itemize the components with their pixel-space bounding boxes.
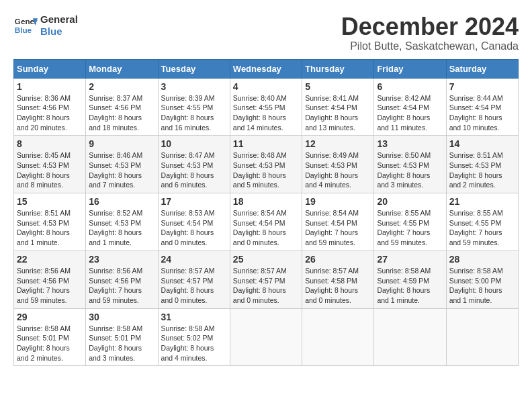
calendar-day-cell: 15Sunrise: 8:51 AM Sunset: 4:53 PM Dayli… — [14, 193, 86, 251]
day-info: Sunrise: 8:51 AM Sunset: 4:53 PM Dayligh… — [17, 208, 83, 248]
calendar-header-cell: Wednesday — [230, 59, 302, 78]
calendar-day-cell: 12Sunrise: 8:49 AM Sunset: 4:53 PM Dayli… — [302, 136, 374, 193]
day-number: 7 — [449, 81, 515, 92]
calendar-day-cell: 16Sunrise: 8:52 AM Sunset: 4:53 PM Dayli… — [86, 193, 158, 251]
calendar-day-cell: 3Sunrise: 8:39 AM Sunset: 4:55 PM Daylig… — [158, 78, 230, 136]
calendar-day-cell: 22Sunrise: 8:56 AM Sunset: 4:56 PM Dayli… — [14, 250, 86, 308]
day-number: 28 — [449, 254, 515, 265]
calendar-day-cell: 29Sunrise: 8:58 AM Sunset: 5:01 PM Dayli… — [14, 308, 86, 366]
day-info: Sunrise: 8:48 AM Sunset: 4:53 PM Dayligh… — [233, 150, 299, 190]
day-info: Sunrise: 8:55 AM Sunset: 4:55 PM Dayligh… — [449, 208, 515, 248]
day-number: 1 — [17, 81, 83, 92]
calendar-week-row: 22Sunrise: 8:56 AM Sunset: 4:56 PM Dayli… — [14, 250, 519, 308]
logo-icon: General Blue — [13, 13, 38, 38]
day-info: Sunrise: 8:46 AM Sunset: 4:53 PM Dayligh… — [89, 150, 154, 190]
day-info: Sunrise: 8:52 AM Sunset: 4:53 PM Dayligh… — [89, 208, 154, 248]
day-info: Sunrise: 8:58 AM Sunset: 5:00 PM Dayligh… — [449, 266, 515, 306]
calendar-day-cell: 24Sunrise: 8:57 AM Sunset: 4:57 PM Dayli… — [158, 250, 230, 308]
day-number: 26 — [305, 254, 371, 265]
calendar-header-cell: Sunday — [14, 59, 86, 78]
calendar-day-cell: 31Sunrise: 8:58 AM Sunset: 5:02 PM Dayli… — [158, 308, 230, 366]
day-info: Sunrise: 8:44 AM Sunset: 4:54 PM Dayligh… — [449, 93, 515, 133]
day-number: 14 — [449, 138, 515, 149]
calendar-table: SundayMondayTuesdayWednesdayThursdayFrid… — [13, 59, 519, 367]
day-number: 5 — [305, 81, 371, 92]
day-number: 12 — [305, 138, 371, 149]
day-number: 9 — [89, 138, 154, 149]
calendar-week-row: 8Sunrise: 8:45 AM Sunset: 4:53 PM Daylig… — [14, 136, 519, 193]
calendar-day-cell: 7Sunrise: 8:44 AM Sunset: 4:54 PM Daylig… — [446, 78, 518, 136]
day-info: Sunrise: 8:53 AM Sunset: 4:54 PM Dayligh… — [161, 208, 227, 248]
day-number: 10 — [161, 138, 227, 149]
day-info: Sunrise: 8:56 AM Sunset: 4:56 PM Dayligh… — [89, 266, 154, 306]
calendar-day-cell: 28Sunrise: 8:58 AM Sunset: 5:00 PM Dayli… — [446, 250, 518, 308]
calendar-day-cell — [446, 308, 518, 366]
day-info: Sunrise: 8:36 AM Sunset: 4:56 PM Dayligh… — [17, 93, 83, 133]
day-number: 2 — [89, 81, 154, 92]
day-number: 19 — [305, 196, 371, 207]
calendar-day-cell: 4Sunrise: 8:40 AM Sunset: 4:55 PM Daylig… — [230, 78, 302, 136]
calendar-day-cell: 20Sunrise: 8:55 AM Sunset: 4:55 PM Dayli… — [374, 193, 446, 251]
calendar-week-row: 1Sunrise: 8:36 AM Sunset: 4:56 PM Daylig… — [14, 78, 519, 136]
calendar-header-cell: Monday — [86, 59, 158, 78]
day-number: 16 — [89, 196, 154, 207]
calendar-day-cell: 21Sunrise: 8:55 AM Sunset: 4:55 PM Dayli… — [446, 193, 518, 251]
month-title: December 2024 — [341, 13, 519, 40]
day-info: Sunrise: 8:58 AM Sunset: 5:02 PM Dayligh… — [161, 324, 227, 363]
day-number: 17 — [161, 196, 227, 207]
calendar-day-cell: 17Sunrise: 8:53 AM Sunset: 4:54 PM Dayli… — [158, 193, 230, 251]
calendar-day-cell: 25Sunrise: 8:57 AM Sunset: 4:57 PM Dayli… — [230, 250, 302, 308]
day-number: 6 — [377, 81, 443, 92]
calendar-header-row: SundayMondayTuesdayWednesdayThursdayFrid… — [14, 59, 519, 78]
header: General Blue General Blue December 2024 … — [13, 13, 519, 52]
calendar-day-cell: 11Sunrise: 8:48 AM Sunset: 4:53 PM Dayli… — [230, 136, 302, 193]
calendar-day-cell — [302, 308, 374, 366]
day-info: Sunrise: 8:47 AM Sunset: 4:53 PM Dayligh… — [161, 150, 227, 190]
day-info: Sunrise: 8:58 AM Sunset: 5:01 PM Dayligh… — [17, 324, 83, 363]
day-info: Sunrise: 8:55 AM Sunset: 4:55 PM Dayligh… — [377, 208, 443, 248]
day-info: Sunrise: 8:54 AM Sunset: 4:54 PM Dayligh… — [233, 208, 299, 248]
day-number: 3 — [161, 81, 227, 92]
calendar-day-cell: 8Sunrise: 8:45 AM Sunset: 4:53 PM Daylig… — [14, 136, 86, 193]
day-number: 27 — [377, 254, 443, 265]
calendar-day-cell: 23Sunrise: 8:56 AM Sunset: 4:56 PM Dayli… — [86, 250, 158, 308]
logo-line1: General — [40, 13, 78, 26]
calendar-week-row: 15Sunrise: 8:51 AM Sunset: 4:53 PM Dayli… — [14, 193, 519, 251]
day-info: Sunrise: 8:57 AM Sunset: 4:58 PM Dayligh… — [305, 266, 371, 306]
day-info: Sunrise: 8:45 AM Sunset: 4:53 PM Dayligh… — [17, 150, 83, 190]
day-info: Sunrise: 8:57 AM Sunset: 4:57 PM Dayligh… — [233, 266, 299, 306]
day-number: 8 — [17, 138, 83, 149]
logo: General Blue General Blue — [13, 13, 78, 38]
day-info: Sunrise: 8:58 AM Sunset: 5:01 PM Dayligh… — [89, 324, 154, 363]
day-number: 22 — [17, 254, 83, 265]
day-number: 20 — [377, 196, 443, 207]
calendar-day-cell: 30Sunrise: 8:58 AM Sunset: 5:01 PM Dayli… — [86, 308, 158, 366]
day-info: Sunrise: 8:41 AM Sunset: 4:54 PM Dayligh… — [305, 93, 371, 133]
calendar-body: 1Sunrise: 8:36 AM Sunset: 4:56 PM Daylig… — [14, 78, 519, 366]
day-info: Sunrise: 8:39 AM Sunset: 4:55 PM Dayligh… — [161, 93, 227, 133]
day-info: Sunrise: 8:49 AM Sunset: 4:53 PM Dayligh… — [305, 150, 371, 190]
calendar-day-cell: 2Sunrise: 8:37 AM Sunset: 4:56 PM Daylig… — [86, 78, 158, 136]
calendar-header-cell: Friday — [374, 59, 446, 78]
day-number: 15 — [17, 196, 83, 207]
day-info: Sunrise: 8:37 AM Sunset: 4:56 PM Dayligh… — [89, 93, 154, 133]
calendar-day-cell: 9Sunrise: 8:46 AM Sunset: 4:53 PM Daylig… — [86, 136, 158, 193]
calendar-day-cell — [374, 308, 446, 366]
day-number: 4 — [233, 81, 299, 92]
title-block: December 2024 Pilot Butte, Saskatchewan,… — [341, 13, 519, 52]
day-info: Sunrise: 8:50 AM Sunset: 4:53 PM Dayligh… — [377, 150, 443, 190]
day-number: 31 — [161, 312, 227, 322]
day-info: Sunrise: 8:57 AM Sunset: 4:57 PM Dayligh… — [161, 266, 227, 306]
day-number: 29 — [17, 312, 83, 322]
calendar-day-cell: 18Sunrise: 8:54 AM Sunset: 4:54 PM Dayli… — [230, 193, 302, 251]
day-info: Sunrise: 8:56 AM Sunset: 4:56 PM Dayligh… — [17, 266, 83, 306]
day-info: Sunrise: 8:40 AM Sunset: 4:55 PM Dayligh… — [233, 93, 299, 133]
day-number: 11 — [233, 138, 299, 149]
calendar-day-cell: 5Sunrise: 8:41 AM Sunset: 4:54 PM Daylig… — [302, 78, 374, 136]
day-number: 24 — [161, 254, 227, 265]
day-info: Sunrise: 8:54 AM Sunset: 4:54 PM Dayligh… — [305, 208, 371, 248]
calendar-day-cell: 10Sunrise: 8:47 AM Sunset: 4:53 PM Dayli… — [158, 136, 230, 193]
day-info: Sunrise: 8:58 AM Sunset: 4:59 PM Dayligh… — [377, 266, 443, 306]
calendar-day-cell: 6Sunrise: 8:42 AM Sunset: 4:54 PM Daylig… — [374, 78, 446, 136]
day-number: 25 — [233, 254, 299, 265]
